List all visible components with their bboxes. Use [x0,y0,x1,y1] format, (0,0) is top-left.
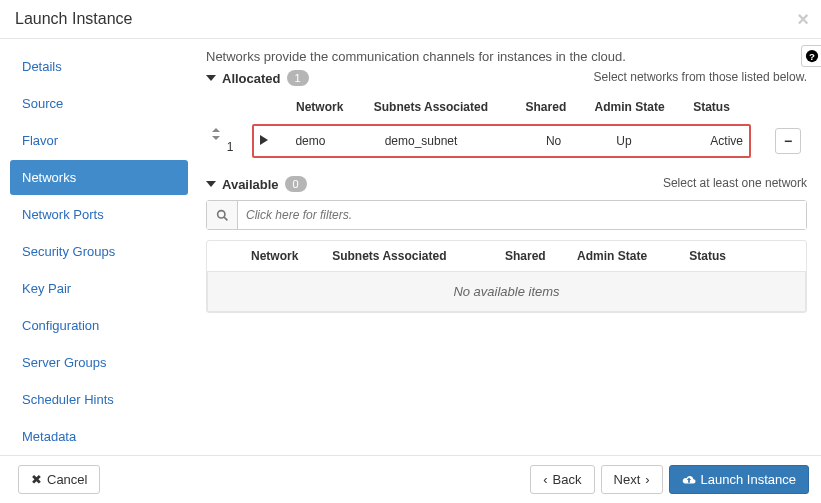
svg-marker-6 [206,181,216,187]
back-label: Back [553,472,582,487]
row-order: 1 [227,140,234,154]
expand-row-icon[interactable] [260,135,274,145]
modal-title: Launch Instance [15,10,806,28]
next-label: Next [614,472,641,487]
col-shared: Shared [520,94,589,120]
sidebar-item-flavor[interactable]: Flavor [10,123,188,158]
sidebar-item-source[interactable]: Source [10,86,188,121]
sidebar-item-security-groups[interactable]: Security Groups [10,234,188,269]
close-icon: ✖ [31,472,42,487]
cell-admin-state: Up [610,126,704,156]
allocated-label: Allocated [222,71,281,86]
col-status: Status [687,94,751,120]
allocated-table: Network Subnets Associated Shared Admin … [206,94,807,162]
sidebar-item-scheduler-hints[interactable]: Scheduler Hints [10,382,188,417]
chevron-right-icon: › [645,472,649,487]
sidebar-item-server-groups[interactable]: Server Groups [10,345,188,380]
svg-marker-2 [206,75,216,81]
svg-text:?: ? [809,51,815,62]
available-hint: Select at least one network [663,176,807,190]
col-network: Network [290,94,368,120]
svg-point-7 [217,210,224,217]
col-subnets: Subnets Associated [326,241,499,271]
help-icon[interactable]: ? [801,45,821,67]
back-button[interactable]: ‹ Back [530,465,594,494]
sidebar-item-network-ports[interactable]: Network Ports [10,197,188,232]
svg-marker-5 [260,135,268,145]
available-empty: No available items [207,271,806,312]
wizard-sidebar: Details Source Flavor Networks Network P… [0,39,188,456]
cell-subnets: demo_subnet [379,126,540,156]
remove-row-button[interactable]: − [775,128,801,154]
available-label: Available [222,177,279,192]
svg-marker-4 [212,136,220,140]
launch-label: Launch Instance [701,472,796,487]
sidebar-item-details[interactable]: Details [10,49,188,84]
page-description: Networks provide the communication chann… [206,49,807,64]
sidebar-item-metadata[interactable]: Metadata [10,419,188,454]
chevron-down-icon [206,73,216,83]
cell-status: Active [704,126,749,156]
chevron-down-icon [206,179,216,189]
available-toggle[interactable]: Available 0 [206,176,663,192]
search-icon[interactable] [207,201,238,229]
allocated-row: 1 demo demo_subnet [206,120,807,162]
launch-instance-button[interactable]: Launch Instance [669,465,809,494]
col-network: Network [245,241,326,271]
col-shared: Shared [499,241,571,271]
cancel-button[interactable]: ✖ Cancel [18,465,100,494]
cloud-upload-icon [682,474,696,486]
col-admin-state: Admin State [571,241,683,271]
drag-handle-icon[interactable] [212,128,246,140]
col-admin-state: Admin State [589,94,688,120]
cancel-label: Cancel [47,472,87,487]
filter-input[interactable] [238,201,806,229]
allocated-hint: Select networks from those listed below. [594,70,807,84]
chevron-left-icon: ‹ [543,472,547,487]
col-subnets: Subnets Associated [368,94,520,120]
available-count-badge: 0 [285,176,307,192]
close-icon[interactable]: × [797,8,809,31]
cell-network: demo [289,126,378,156]
allocated-count-badge: 1 [287,70,309,86]
svg-marker-3 [212,128,220,132]
cell-shared: No [540,126,610,156]
next-button[interactable]: Next › [601,465,663,494]
available-table: Network Subnets Associated Shared Admin … [207,241,806,271]
col-status: Status [683,241,750,271]
sidebar-item-key-pair[interactable]: Key Pair [10,271,188,306]
sidebar-item-configuration[interactable]: Configuration [10,308,188,343]
svg-line-8 [224,217,227,220]
allocated-toggle[interactable]: Allocated 1 [206,70,594,86]
sidebar-item-networks[interactable]: Networks [10,160,188,195]
